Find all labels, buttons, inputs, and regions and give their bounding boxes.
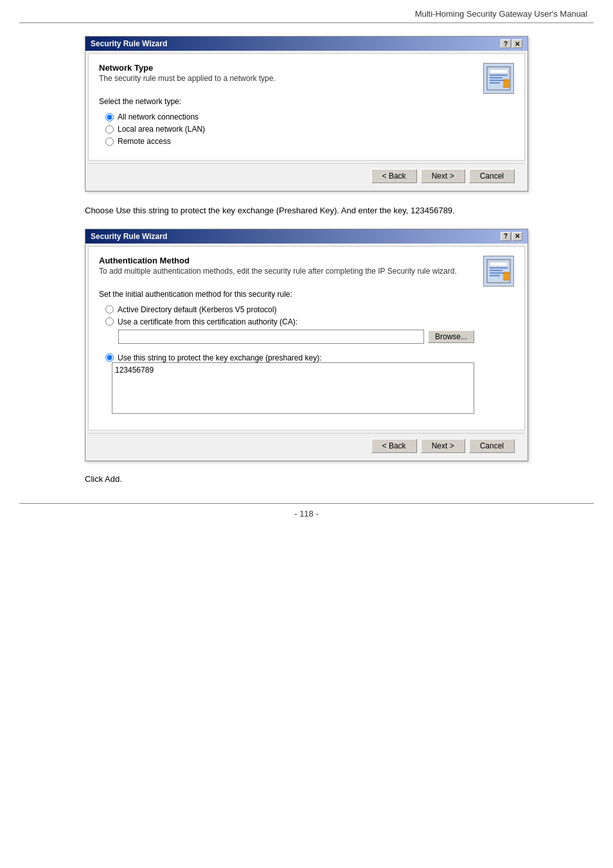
dialog2-text-area: Authentication Method To add multiple au…	[99, 256, 474, 421]
radio-active-directory[interactable]: Active Directory default (Kerberos V5 pr…	[105, 305, 474, 314]
svg-rect-5	[490, 82, 500, 84]
between-text: Choose Use this string to protect the ke…	[85, 204, 528, 217]
radio-preshared-label: Use this string to protect the key excha…	[118, 353, 322, 362]
dialog2-title: Security Rule Wizard	[91, 232, 167, 241]
dialog1-radio-group: All network connections Local area netwo…	[105, 112, 474, 146]
dialog1: Security Rule Wizard ? ✕ Network Type Th…	[85, 36, 528, 191]
dialog2-icon	[483, 256, 514, 287]
dialog1-section-subtitle: The security rule must be applied to a n…	[99, 74, 474, 83]
click-add-label: Click Add.	[85, 474, 122, 484]
page-footer: - 118 -	[0, 509, 613, 527]
dialog2-body: Authentication Method To add multiple au…	[88, 246, 525, 430]
dialog2-cancel-button[interactable]: Cancel	[469, 439, 515, 453]
radio-preshared-input[interactable]	[105, 353, 114, 362]
radio-lan-label: Local area network (LAN)	[118, 125, 205, 134]
dialog1-titlebar-buttons: ? ✕	[501, 39, 522, 48]
dialog1-next-button[interactable]: Next >	[421, 169, 465, 183]
radio-all-network-input[interactable]	[105, 113, 114, 121]
page-header: Multi-Homing Security Gateway User's Man…	[0, 0, 613, 22]
dialog2-titlebar-buttons: ? ✕	[501, 232, 522, 241]
svg-rect-11	[490, 267, 508, 269]
browse-button[interactable]: Browse...	[428, 330, 474, 343]
dialog1-back-button[interactable]: < Back	[371, 169, 417, 183]
dialog1-cancel-button[interactable]: Cancel	[469, 169, 515, 183]
dialog1-select-label: Select the network type:	[99, 97, 474, 106]
svg-rect-14	[490, 275, 500, 276]
svg-rect-12	[490, 270, 502, 271]
header-divider	[19, 22, 594, 23]
svg-rect-4	[490, 80, 505, 81]
dialog2-close-button[interactable]: ✕	[512, 232, 522, 241]
dialog2-content: Set the initial authentication method fo…	[99, 285, 474, 421]
wizard-icon-svg1	[484, 64, 513, 93]
footer-divider	[19, 503, 594, 504]
radio-remote-label: Remote access	[118, 137, 171, 146]
dialog1-icon	[483, 63, 514, 94]
radio-lan-input[interactable]	[105, 125, 114, 134]
radio-certificate-input[interactable]	[105, 317, 114, 326]
dialog2-content-label: Set the initial authentication method fo…	[99, 290, 474, 299]
dialog1-close-button[interactable]: ✕	[512, 39, 522, 48]
radio-all-network[interactable]: All network connections	[105, 112, 474, 121]
radio-all-network-label: All network connections	[118, 112, 199, 121]
svg-rect-1	[490, 69, 508, 73]
page-number: - 118 -	[294, 509, 319, 518]
certificate-browse-row: Browse...	[118, 330, 474, 344]
header-title: Multi-Homing Security Gateway User's Man…	[415, 9, 587, 19]
radio-remote-input[interactable]	[105, 137, 114, 146]
dialog1-body: Network Type The security rule must be a…	[88, 53, 525, 161]
dialog1-title: Security Rule Wizard	[91, 39, 167, 48]
dialog1-text-area: Network Type The security rule must be a…	[99, 63, 474, 151]
dialog2-back-button[interactable]: < Back	[371, 439, 417, 453]
dialog1-help-button[interactable]: ?	[501, 39, 511, 48]
dialog1-titlebar: Security Rule Wizard ? ✕	[85, 37, 528, 51]
content-area: Security Rule Wizard ? ✕ Network Type Th…	[0, 36, 613, 484]
radio-certificate[interactable]: Use a certificate from this certificatio…	[105, 317, 474, 326]
certificate-input[interactable]	[118, 330, 424, 344]
dialog2-section-subtitle: To add multiple authentication methods, …	[99, 267, 474, 276]
svg-rect-13	[490, 272, 505, 274]
radio-remote[interactable]: Remote access	[105, 137, 474, 146]
dialog2-footer: < Back Next > Cancel	[88, 433, 525, 458]
dialog2-next-button[interactable]: Next >	[421, 439, 465, 453]
preshared-key-textarea[interactable]: 123456789	[112, 362, 474, 414]
dialog1-section-title: Network Type	[99, 63, 474, 73]
svg-rect-10	[490, 262, 508, 266]
svg-rect-2	[490, 75, 508, 76]
dialog2: Security Rule Wizard ? ✕ Authentication …	[85, 229, 528, 461]
dialog2-help-button[interactable]: ?	[501, 232, 511, 241]
radio-active-directory-label: Active Directory default (Kerberos V5 pr…	[118, 305, 276, 314]
radio-preshared[interactable]: Use this string to protect the key excha…	[105, 353, 474, 362]
between-text-content: Choose Use this string to protect the ke…	[85, 206, 455, 215]
radio-lan[interactable]: Local area network (LAN)	[105, 125, 474, 134]
dialog2-section-title: Authentication Method	[99, 256, 474, 265]
dialog1-footer: < Back Next > Cancel	[88, 163, 525, 188]
svg-rect-3	[490, 77, 502, 78]
click-add-text: Click Add.	[85, 474, 528, 484]
radio-active-directory-input[interactable]	[105, 305, 114, 314]
dialog2-radio-group: Active Directory default (Kerberos V5 pr…	[105, 305, 474, 362]
wizard-icon-svg2	[484, 257, 513, 285]
radio-certificate-label: Use a certificate from this certificatio…	[118, 317, 298, 326]
dialog2-titlebar: Security Rule Wizard ? ✕	[85, 229, 528, 244]
dialog1-content: Select the network type: All network con…	[99, 92, 474, 151]
